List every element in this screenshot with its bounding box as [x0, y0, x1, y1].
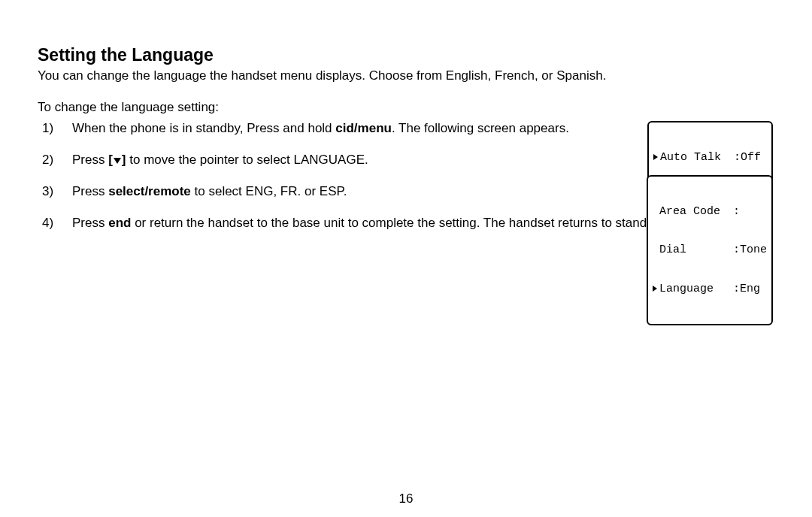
lcd-screen-2: Area Code: Dial:Tone Language:Eng: [647, 175, 773, 325]
lead-text: To change the language setting:: [38, 100, 774, 115]
section-title: Setting the Language: [38, 45, 774, 65]
intro-text: You can change the language the handset …: [38, 68, 774, 83]
step-number: 4): [38, 216, 60, 231]
pointer-icon: [653, 154, 658, 160]
steps-container: 1) When the phone is in standby, Press a…: [38, 121, 774, 231]
step-number: 3): [38, 184, 60, 199]
step-number: 2): [38, 153, 60, 168]
pointer-icon: [653, 286, 657, 292]
lcd-row: Auto Talk:Off: [653, 151, 767, 164]
lcd-row: Language:Eng: [653, 283, 767, 295]
lcd-row: Dial:Tone: [653, 243, 767, 256]
page-number: 16: [0, 491, 812, 506]
down-arrow-icon: [114, 158, 121, 164]
lcd-row: Area Code:: [653, 205, 767, 218]
step-number: 1): [38, 121, 60, 136]
